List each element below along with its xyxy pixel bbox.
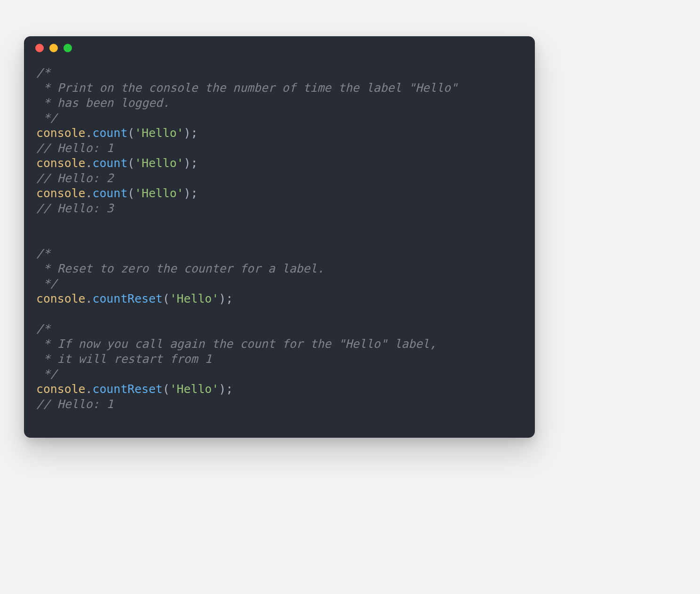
method-count: count [92, 186, 127, 200]
window-titlebar [24, 36, 535, 60]
punct-paren: ); [184, 186, 198, 200]
code-block[interactable]: /* * Print on the console the number of … [24, 60, 535, 426]
comment-line: /* [36, 247, 50, 260]
identifier-console: console [36, 292, 86, 305]
identifier-console: console [36, 126, 86, 140]
comment-line: * Reset to zero the counter for a label. [36, 262, 324, 275]
comment-line: /* [36, 66, 50, 80]
method-count: count [92, 126, 127, 140]
identifier-console: console [36, 382, 86, 396]
comment-line: */ [36, 111, 57, 125]
code-window: /* * Print on the console the number of … [24, 36, 535, 438]
punct-dot: . [86, 186, 93, 200]
comment-line: */ [36, 367, 57, 381]
comment-line: * If now you call again the count for th… [36, 337, 437, 351]
string-literal: 'Hello' [135, 126, 184, 140]
comment-line: */ [36, 277, 57, 290]
punct-paren: ); [184, 126, 198, 140]
comment-line: * it will restart from 1 [36, 352, 212, 366]
punct-dot: . [86, 382, 93, 396]
punct-paren: ( [163, 292, 170, 305]
method-count: count [92, 156, 127, 170]
string-literal: 'Hello' [170, 292, 219, 305]
method-countreset: countReset [92, 382, 162, 396]
comment-line: * has been logged. [36, 96, 170, 110]
punct-paren: ); [219, 292, 233, 305]
punct-dot: . [86, 292, 93, 305]
comment-output: // Hello: 1 [36, 141, 113, 155]
punct-paren: ); [184, 156, 198, 170]
comment-line: /* [36, 322, 50, 336]
comment-line: * Print on the console the number of tim… [36, 81, 458, 95]
string-literal: 'Hello' [135, 186, 184, 200]
string-literal: 'Hello' [170, 382, 219, 396]
punct-paren: ( [127, 156, 135, 170]
identifier-console: console [36, 186, 86, 200]
string-literal: 'Hello' [135, 156, 184, 170]
identifier-console: console [36, 156, 86, 170]
traffic-light-minimize-icon[interactable] [49, 44, 58, 52]
comment-output: // Hello: 3 [36, 201, 113, 215]
comment-output: // Hello: 1 [36, 397, 113, 411]
method-countreset: countReset [92, 292, 162, 305]
punct-paren: ( [127, 126, 135, 140]
comment-output: // Hello: 2 [36, 171, 113, 185]
punct-paren: ( [163, 382, 170, 396]
punct-paren: ); [219, 382, 233, 396]
traffic-light-close-icon[interactable] [35, 44, 44, 52]
punct-dot: . [86, 156, 93, 170]
traffic-light-zoom-icon[interactable] [64, 44, 72, 52]
punct-paren: ( [127, 186, 135, 200]
punct-dot: . [86, 126, 93, 140]
